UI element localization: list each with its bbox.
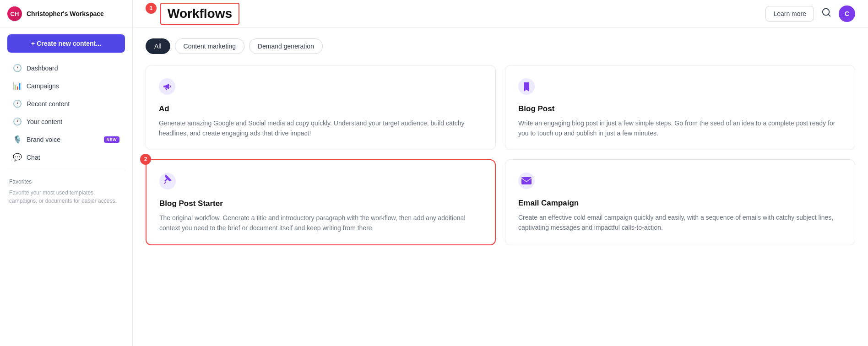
- search-icon: [821, 7, 831, 17]
- blog-post-starter-wrapper: 2 Blog Post Starter The original workflo…: [146, 159, 496, 245]
- search-button[interactable]: [821, 7, 831, 20]
- filter-tab-all[interactable]: All: [146, 38, 170, 54]
- create-new-content-button[interactable]: + Create new content...: [7, 34, 125, 53]
- recent-content-icon: 🕐: [13, 99, 22, 108]
- svg-point-4: [159, 173, 176, 189]
- pin-icon: [159, 173, 176, 189]
- megaphone-icon: [159, 78, 175, 95]
- user-avatar[interactable]: C: [839, 5, 855, 22]
- sidebar-item-label: Recent content: [27, 100, 119, 108]
- blog-post-card-desc: Write an engaging blog post in just a fe…: [518, 118, 842, 139]
- topbar-actions: Learn more C: [765, 5, 855, 22]
- email-campaign-card-title: Email Campaign: [518, 199, 842, 208]
- workflow-card-email-campaign[interactable]: Email Campaign Create an effective cold …: [505, 159, 855, 245]
- content-area: All Content marketing Demand generation: [133, 27, 868, 346]
- step-1-badge: 1: [146, 3, 157, 14]
- blog-post-starter-icon: [159, 173, 482, 193]
- workflow-card-blog-post[interactable]: Blog Post Write an engaging blog post in…: [505, 65, 855, 150]
- ad-icon: [159, 78, 483, 98]
- sidebar: CH Christopher's Workspace + Create new …: [0, 0, 133, 346]
- filter-tabs: All Content marketing Demand generation: [146, 38, 855, 54]
- sidebar-item-recent-content[interactable]: 🕐 Recent content: [4, 95, 129, 113]
- email-campaign-card-desc: Create an effective cold email campaign …: [518, 212, 842, 233]
- title-step-wrapper: 1 Workflows: [146, 3, 239, 25]
- sidebar-item-your-content[interactable]: 🕐 Your content: [4, 113, 129, 130]
- blog-post-card-title: Blog Post: [518, 104, 842, 114]
- email-campaign-icon: [518, 173, 842, 192]
- step-2-badge: 2: [140, 154, 151, 165]
- ad-card-title: Ad: [159, 104, 483, 114]
- learn-more-button[interactable]: Learn more: [765, 6, 814, 22]
- page-title: Workflows: [168, 6, 232, 21]
- workflow-card-ad[interactable]: Ad Generate amazing Google and Social me…: [146, 65, 496, 150]
- favorites-label: Favorites: [0, 174, 132, 187]
- blog-post-starter-card-title: Blog Post Starter: [159, 199, 482, 208]
- sidebar-item-label: Campaigns: [27, 82, 119, 90]
- campaigns-icon: 📊: [13, 81, 22, 90]
- brand-voice-icon: 🎙️: [13, 135, 22, 144]
- svg-rect-7: [521, 177, 532, 184]
- sidebar-header: CH Christopher's Workspace: [0, 0, 132, 28]
- sidebar-item-brand-voice[interactable]: 🎙️ Brand voice NEW: [4, 130, 129, 148]
- filter-tab-content-marketing[interactable]: Content marketing: [175, 38, 244, 54]
- sidebar-item-dashboard[interactable]: 🕐 Dashboard: [4, 59, 129, 77]
- sidebar-item-chat[interactable]: 💬 Chat: [4, 148, 129, 166]
- sidebar-item-label: Chat: [27, 154, 119, 161]
- sidebar-item-label: Brand voice: [27, 136, 99, 143]
- your-content-icon: 🕐: [13, 117, 22, 126]
- blog-post-starter-card-desc: The original workflow. Generate a title …: [159, 213, 482, 233]
- main-content: 1 Workflows Learn more C All Content mar…: [133, 0, 868, 346]
- bookmark-icon: [518, 78, 535, 95]
- sidebar-item-label: Dashboard: [27, 65, 119, 72]
- sidebar-nav: 🕐 Dashboard 📊 Campaigns 🕐 Recent content…: [0, 59, 132, 166]
- svg-line-1: [828, 14, 830, 16]
- page-title-box: Workflows: [160, 3, 239, 25]
- topbar: 1 Workflows Learn more C: [133, 0, 868, 27]
- filter-tab-demand-generation[interactable]: Demand generation: [249, 38, 323, 54]
- favorites-description: Favorite your most used templates, campa…: [0, 187, 132, 210]
- workflow-grid: Ad Generate amazing Google and Social me…: [146, 65, 855, 245]
- sidebar-item-campaigns[interactable]: 📊 Campaigns: [4, 77, 129, 95]
- page-title-area: 1 Workflows: [146, 3, 239, 25]
- blog-post-icon: [518, 78, 842, 98]
- sidebar-divider: [7, 170, 125, 170]
- ad-card-desc: Generate amazing Google and Social media…: [159, 118, 483, 139]
- workflow-card-blog-post-starter[interactable]: Blog Post Starter The original workflow.…: [146, 159, 496, 245]
- chat-icon: 💬: [13, 153, 22, 162]
- dashboard-icon: 🕐: [13, 64, 22, 72]
- sidebar-item-label: Your content: [27, 118, 119, 125]
- workspace-avatar: CH: [7, 6, 22, 21]
- workspace-name: Christopher's Workspace: [27, 10, 104, 17]
- envelope-icon: [518, 173, 535, 189]
- new-badge: NEW: [104, 136, 120, 143]
